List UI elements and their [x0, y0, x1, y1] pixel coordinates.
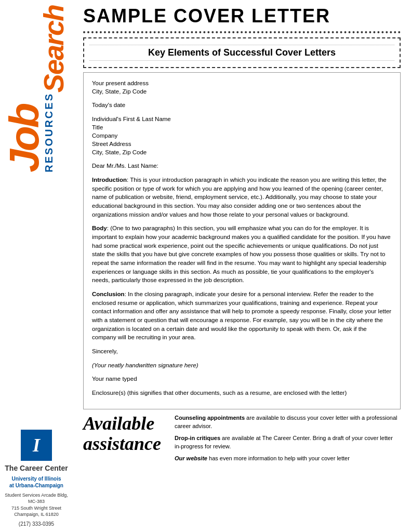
- letter-name-typed: Your name typed: [92, 375, 392, 383]
- website-label: Our website: [175, 455, 207, 461]
- letter-introduction: Introduction: This is your introduction …: [92, 176, 392, 219]
- letter-salutation: Dear Mr./Ms. Last Name:: [92, 162, 392, 170]
- available-line2: assistance: [83, 434, 166, 455]
- available-line1: Available: [83, 414, 166, 434]
- letter-closing: Sincerely,: [92, 347, 392, 356]
- signature-text: (Your neatly handwritten signature here): [92, 362, 198, 368]
- website-para: Our website has even more information to…: [175, 454, 401, 463]
- key-elements-box: Key Elements of Successful Cover Letters: [83, 37, 401, 68]
- body-label: Body: [92, 225, 107, 231]
- sidebar-resources-text: resources: [43, 92, 66, 172]
- recipient-line1: Individual's First & Last Name: [92, 115, 392, 123]
- main-content: SAMPLE COVER LETTER Key Elements of Succ…: [73, 0, 411, 532]
- letter-recipient-block: Individual's First & Last Name Title Com…: [92, 115, 392, 156]
- assistance-info: Counseling appointments are available to…: [175, 414, 401, 466]
- intro-label: Introduction: [92, 177, 127, 183]
- sidebar-search-text: Search: [42, 5, 66, 92]
- sidebar-address: Student Services Arcade Bldg, MC-383 715…: [5, 492, 68, 518]
- bottom-section: Available assistance Counseling appointm…: [83, 414, 401, 466]
- dropin-para: Drop-in critiques are available at The C…: [175, 434, 401, 451]
- sidebar-phone: (217) 333-0395: [19, 521, 54, 527]
- sidebar: Job Search resources I The Career Center…: [0, 0, 73, 532]
- page-title: SAMPLE COVER LETTER: [83, 5, 401, 33]
- letter-signature: (Your neatly handwritten signature here): [92, 361, 392, 370]
- sidebar-job-text: Job: [7, 5, 42, 172]
- counseling-label: Counseling appointments: [175, 415, 245, 421]
- letter-address-block: Your present address City, State, Zip Co…: [92, 79, 392, 96]
- letter-box: Your present address City, State, Zip Co…: [83, 72, 401, 409]
- recipient-line3: Company: [92, 131, 392, 140]
- sidebar-bottom: I The Career Center University of Illino…: [0, 430, 73, 527]
- website-text: has even more information to help with y…: [207, 455, 350, 461]
- recipient-line2: Title: [92, 123, 392, 131]
- recipient-line5: City, State, Zip Code: [92, 148, 392, 156]
- available-assistance-text: Available assistance: [83, 414, 166, 455]
- counseling-para: Counseling appointments are available to…: [175, 414, 401, 431]
- conclusion-text: : In the closing paragraph, indicate you…: [92, 291, 391, 340]
- letter-address-line1: Your present address: [92, 79, 392, 87]
- letter-enclosure: Enclosure(s) (this signifies that other …: [92, 389, 392, 397]
- dropin-label: Drop-in critiques: [175, 435, 220, 441]
- intro-text: : This is your introduction paragraph in…: [92, 177, 387, 218]
- letter-date: Today's date: [92, 101, 392, 110]
- ui-logo: I: [21, 430, 52, 461]
- conclusion-label: Conclusion: [92, 291, 125, 297]
- letter-conclusion: Conclusion: In the closing paragraph, in…: [92, 290, 392, 342]
- letter-address-line2: City, State, Zip Code: [92, 87, 392, 96]
- logo-letter: I: [33, 434, 40, 456]
- letter-body: Body: (One to two paragraphs) In this se…: [92, 224, 392, 285]
- university-name: University of Illinois at Urbana-Champai…: [9, 475, 63, 489]
- key-elements-title: Key Elements of Successful Cover Letters: [89, 47, 394, 58]
- career-center-label: The Career Center: [5, 464, 68, 472]
- body-text: : (One to two paragraphs) In this sectio…: [92, 225, 391, 283]
- recipient-line4: Street Address: [92, 140, 392, 148]
